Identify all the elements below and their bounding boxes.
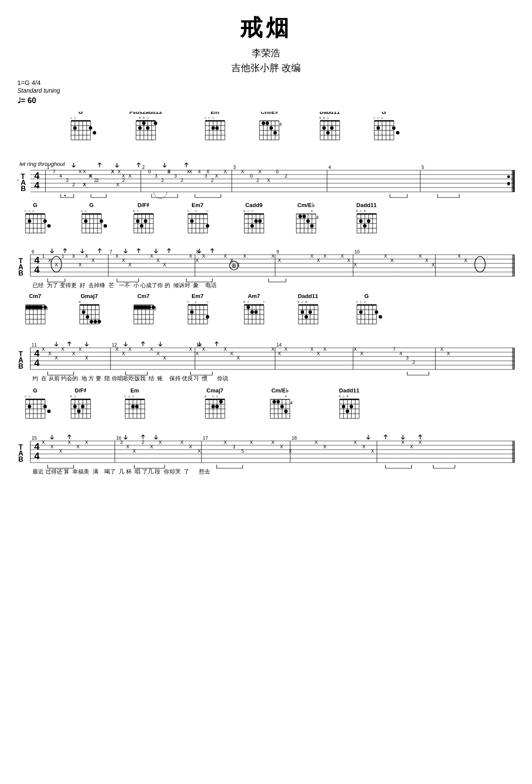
tuning-info: Standard tuning (17, 87, 515, 94)
sheet-music-canvas (17, 112, 515, 784)
artist-name: 李荣浩 (17, 47, 515, 60)
song-title: 戒烟 (17, 13, 515, 43)
tempo-info: ♩= 60 (17, 96, 515, 105)
arranger-name: 吉他张小胖 改编 (17, 62, 515, 75)
key-time-info: 1=G 4/4 (17, 79, 515, 86)
